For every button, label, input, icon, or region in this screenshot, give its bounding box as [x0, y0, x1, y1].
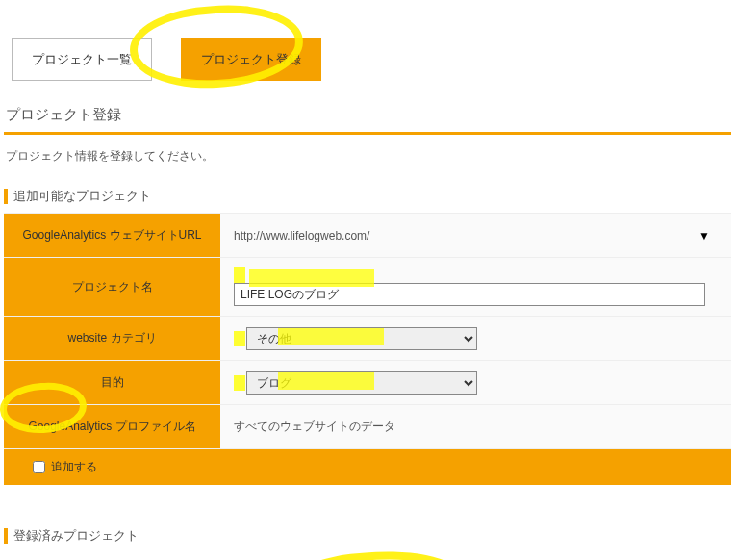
section-heading-addable: 追加可能なプロジェクト	[4, 184, 731, 213]
label-url: GoogleAnalytics ウェブサイトURL	[4, 214, 220, 258]
submit-area: 入力情報で登録する	[4, 552, 731, 560]
category-select[interactable]: その他	[246, 327, 477, 350]
row-purpose: 目的 ブログ	[4, 361, 731, 405]
tab-project-list[interactable]: プロジェクト一覧	[12, 38, 152, 81]
value-profile: すべてのウェブサイトのデータ	[220, 405, 731, 449]
tab-bar: プロジェクト一覧 プロジェクト登録	[4, 0, 731, 89]
project-name-input[interactable]	[234, 283, 705, 306]
helper-text: プロジェクト情報を登録してください。	[4, 135, 731, 184]
add-row: 追加する	[4, 449, 731, 485]
tab-project-register[interactable]: プロジェクト登録	[181, 38, 321, 81]
highlight-marker	[234, 331, 245, 346]
highlight-marker	[234, 267, 245, 283]
chevron-down-icon[interactable]: ▼	[698, 229, 718, 242]
label-name: プロジェクト名	[4, 258, 220, 317]
page-title: プロジェクト登録	[4, 89, 731, 132]
section-heading-label: 登録済みプロジェクト	[13, 527, 139, 545]
heading-bar-icon	[4, 189, 8, 204]
row-profile: GoogleAnalytics プロファイル名 すべてのウェブサイトのデータ	[4, 405, 731, 449]
url-text: http://www.lifelogweb.com/	[234, 229, 369, 242]
heading-bar-icon	[4, 528, 8, 544]
add-checkbox[interactable]	[33, 461, 45, 473]
add-label: 追加する	[51, 459, 97, 475]
highlight-marker	[234, 375, 245, 391]
label-category: website カテゴリ	[4, 317, 220, 361]
row-url: GoogleAnalytics ウェブサイトURL http://www.lif…	[4, 214, 731, 258]
row-name: プロジェクト名	[4, 258, 731, 317]
section-heading-label: 追加可能なプロジェクト	[13, 188, 151, 205]
section-heading-added: 登録済みプロジェクト	[4, 523, 731, 552]
purpose-select[interactable]: ブログ	[246, 371, 477, 395]
label-purpose: 目的	[4, 361, 220, 405]
label-profile: GoogleAnalytics プロファイル名	[4, 405, 220, 449]
row-category: website カテゴリ その他	[4, 317, 731, 361]
value-url[interactable]: http://www.lifelogweb.com/ ▼	[220, 214, 731, 258]
project-form-table: GoogleAnalytics ウェブサイトURL http://www.lif…	[4, 213, 731, 449]
profile-text: すべてのウェブサイトのデータ	[234, 420, 395, 433]
